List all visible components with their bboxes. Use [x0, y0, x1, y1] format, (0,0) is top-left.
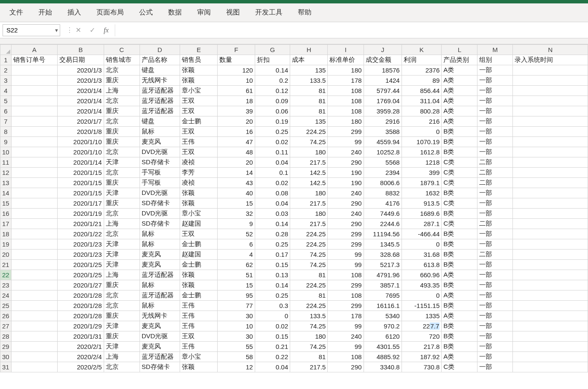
cell-M11[interactable]: 二部 [477, 157, 513, 168]
cell-L22[interactable]: A类 [442, 270, 477, 280]
cell-L9[interactable]: B类 [442, 137, 477, 147]
row-header[interactable]: 28 [0, 331, 12, 342]
cell-D25[interactable]: 鼠标 [140, 301, 180, 311]
cell-K26[interactable]: 1335 [402, 311, 442, 321]
cell-H9[interactable]: 74.25 [290, 137, 328, 147]
column-header-G[interactable]: G [255, 45, 290, 55]
cell-D17[interactable]: SD存储卡 [140, 219, 180, 229]
cell-J4[interactable]: 5797.44 [364, 86, 402, 96]
cell-J17[interactable]: 2244.6 [364, 219, 402, 229]
cell-B17[interactable]: 2020/1/21 [58, 219, 104, 229]
cell-K11[interactable]: 1218 [402, 157, 442, 168]
cell-M13[interactable]: 二部 [477, 178, 513, 188]
cell-N15[interactable] [513, 198, 588, 209]
cell-F22[interactable]: 51 [218, 270, 255, 280]
cell-M7[interactable]: 一部 [477, 116, 513, 127]
column-header-M[interactable]: M [477, 45, 513, 55]
cell-J30[interactable]: 4885.92 [364, 352, 402, 362]
cell-K28[interactable]: 720 [402, 331, 442, 342]
cell-B27[interactable]: 2020/1/29 [58, 321, 104, 331]
cell-H3[interactable]: 133.5 [290, 75, 328, 86]
cell-N31[interactable] [513, 362, 588, 372]
cell-F13[interactable]: 43 [218, 178, 255, 188]
tab-formulas[interactable]: 公式 [131, 3, 160, 22]
cell-E13[interactable]: 凌祯 [180, 178, 218, 188]
cell-H26[interactable]: 133.5 [290, 311, 328, 321]
cell-A6[interactable] [11, 106, 58, 116]
column-header-N[interactable]: N [513, 45, 588, 55]
cell-K8[interactable]: 0 [402, 127, 442, 137]
cell-K10[interactable]: 1612.8 [402, 147, 442, 157]
cell-D30[interactable]: 蓝牙适配器 [140, 352, 180, 362]
cell-D7[interactable]: 键盘 [140, 116, 180, 127]
cell-M20[interactable]: 二部 [477, 250, 513, 260]
cell-M16[interactable]: 一部 [477, 209, 513, 219]
cell-N17[interactable] [513, 219, 588, 229]
cell-K7[interactable]: 216 [402, 116, 442, 127]
column-header-E[interactable]: E [180, 45, 218, 55]
cell-E25[interactable]: 王伟 [180, 301, 218, 311]
cell-A15[interactable] [11, 198, 58, 209]
cell-G8[interactable]: 0.25 [255, 127, 290, 137]
cell-D9[interactable]: 麦克风 [140, 137, 180, 147]
cell-I30[interactable]: 108 [328, 352, 364, 362]
cell-N9[interactable] [513, 137, 588, 147]
cell-I29[interactable]: 99 [328, 342, 364, 352]
cell-C26[interactable]: 重庆 [104, 311, 140, 321]
cell-K6[interactable]: 800.28 [402, 106, 442, 116]
cell-B28[interactable]: 2020/1/31 [58, 331, 104, 342]
column-header-D[interactable]: D [140, 45, 180, 55]
cell-B21[interactable]: 2020/1/25 [58, 260, 104, 270]
cell-G16[interactable]: 0.03 [255, 209, 290, 219]
row-header[interactable]: 26 [0, 311, 12, 321]
cell-L1[interactable]: 产品类别 [442, 55, 477, 65]
cell-G27[interactable]: 0.02 [255, 321, 290, 331]
cell-L16[interactable]: B类 [442, 209, 477, 219]
cell-I25[interactable]: 299 [328, 301, 364, 311]
cell-I4[interactable]: 108 [328, 86, 364, 96]
cell-N10[interactable] [513, 147, 588, 157]
cell-D19[interactable]: 鼠标 [140, 239, 180, 250]
cell-I17[interactable]: 290 [328, 219, 364, 229]
cell-C10[interactable]: 北京 [104, 147, 140, 157]
cell-M9[interactable]: 一部 [477, 137, 513, 147]
row-header[interactable]: 23 [0, 280, 12, 290]
cell-D15[interactable]: SD存储卡 [140, 198, 180, 209]
cell-A24[interactable] [11, 290, 58, 301]
cell-F20[interactable]: 4 [218, 250, 255, 260]
cell-E15[interactable]: 张颖 [180, 198, 218, 209]
cell-N12[interactable] [513, 168, 588, 178]
cell-B31[interactable]: 2020/2/5 [58, 362, 104, 372]
cell-N28[interactable] [513, 331, 588, 342]
cell-K25[interactable]: -1151.15 [402, 301, 442, 311]
cell-E3[interactable]: 张颖 [180, 75, 218, 86]
cell-B20[interactable]: 2020/1/23 [58, 250, 104, 260]
cell-D26[interactable]: 无线网卡 [140, 311, 180, 321]
cell-J8[interactable]: 3588 [364, 127, 402, 137]
cell-D21[interactable]: 麦克风 [140, 260, 180, 270]
cell-N27[interactable] [513, 321, 588, 331]
cell-E9[interactable]: 王伟 [180, 137, 218, 147]
cell-L7[interactable]: A类 [442, 116, 477, 127]
cell-B14[interactable]: 2020/1/15 [58, 188, 104, 198]
cell-L17[interactable]: C类 [442, 219, 477, 229]
row-header[interactable]: 27 [0, 321, 12, 331]
cell-I1[interactable]: 标准单价 [328, 55, 364, 65]
cell-D2[interactable]: 键盘 [140, 65, 180, 75]
cell-L5[interactable]: A类 [442, 96, 477, 106]
cell-D10[interactable]: DVD光驱 [140, 147, 180, 157]
cell-K20[interactable]: 31.68 [402, 250, 442, 260]
cell-G18[interactable]: 0.28 [255, 229, 290, 239]
cell-J27[interactable]: 970.2 [364, 321, 402, 331]
cell-B9[interactable]: 2020/1/10 [58, 137, 104, 147]
cell-I6[interactable]: 108 [328, 106, 364, 116]
cell-A21[interactable] [11, 260, 58, 270]
cell-I28[interactable]: 240 [328, 331, 364, 342]
cell-M25[interactable]: 一部 [477, 301, 513, 311]
cell-N8[interactable] [513, 127, 588, 137]
cell-M26[interactable]: 一部 [477, 311, 513, 321]
cell-A31[interactable] [11, 362, 58, 372]
cell-C6[interactable]: 重庆 [104, 106, 140, 116]
cell-I12[interactable]: 190 [328, 168, 364, 178]
cell-A23[interactable] [11, 280, 58, 290]
